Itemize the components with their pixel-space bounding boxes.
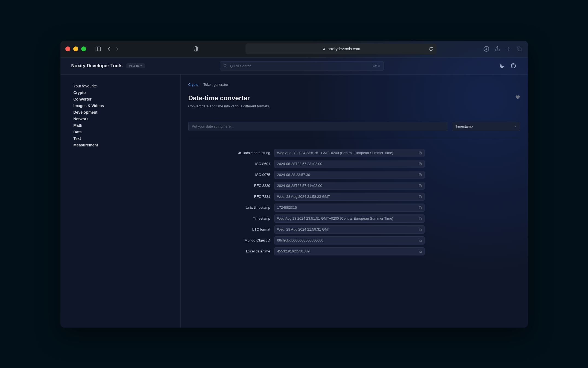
format-row: JS locale date stringWed Aug 28 2024 23:… (188, 149, 520, 157)
format-label: ISO 9075 (188, 173, 270, 177)
search-icon (223, 64, 227, 68)
format-value-text: 2024-08-28T23:57:23+02:00 (277, 162, 322, 166)
refresh-icon[interactable] (429, 47, 433, 51)
favorite-button[interactable] (515, 94, 520, 101)
breadcrumb: Crypto › Token generator (188, 83, 520, 87)
copy-icon[interactable] (418, 162, 422, 166)
format-row: ISO 86012024-08-28T23:57:23+02:00 (188, 160, 520, 168)
tabs-icon[interactable] (515, 45, 523, 53)
svg-rect-12 (420, 163, 421, 165)
format-row: ISO 90752024-08-28 23:57:30 (188, 171, 520, 179)
copy-icon[interactable] (418, 151, 422, 155)
copy-icon[interactable] (418, 173, 422, 177)
sidebar-item-your-favourite[interactable]: Your favourite (74, 83, 167, 89)
shield-icon[interactable] (192, 45, 200, 53)
format-label: Timestamp (188, 216, 270, 220)
sidebar-item-development[interactable]: Development (74, 109, 167, 116)
svg-rect-2 (323, 49, 325, 50)
app-title: Noxity Developer Tools (71, 63, 123, 69)
nav-buttons (105, 45, 121, 53)
copy-icon[interactable] (418, 195, 422, 199)
copy-icon[interactable] (418, 239, 422, 242)
download-icon[interactable] (482, 45, 490, 53)
version-pill[interactable]: v1.3.10 ▼ (126, 63, 145, 68)
traffic-lights (65, 46, 86, 51)
format-select[interactable]: Timestamp ▼ (452, 122, 520, 131)
select-value: Timestamp (455, 124, 473, 128)
svg-rect-8 (518, 48, 521, 51)
forward-button[interactable] (113, 45, 121, 53)
sidebar-item-crypto[interactable]: Crypto (74, 89, 167, 96)
sidebar-item-text[interactable]: Text (74, 135, 167, 142)
svg-rect-15 (420, 196, 421, 198)
app-body: Your favouriteCryptoConverterImages & Vi… (60, 75, 528, 328)
copy-icon[interactable] (418, 184, 422, 188)
page-head: Date-time converter Convert date and tim… (188, 94, 520, 108)
back-button[interactable] (105, 45, 113, 53)
copy-icon[interactable] (418, 228, 422, 231)
window-minimize[interactable] (73, 46, 78, 51)
format-value-text: Wed Aug 28 2024 23:51:51 GMT+0200 (Centr… (277, 216, 393, 220)
address-group: noxitydevtools.com (203, 43, 479, 54)
copy-icon[interactable] (418, 249, 422, 253)
sidebar-toggle-icon[interactable] (94, 45, 102, 53)
copy-icon[interactable] (418, 217, 422, 220)
sidebar-item-data[interactable]: Data (74, 129, 167, 135)
format-value[interactable]: Wed Aug 28 2024 23:51:51 GMT+0200 (Centr… (274, 149, 425, 157)
format-row: Unix timestamp1724882316 (188, 204, 520, 212)
format-value[interactable]: Wed Aug 28 2024 23:51:51 GMT+0200 (Centr… (274, 214, 425, 223)
url-text: noxitydevtools.com (327, 47, 360, 51)
browser-window: noxitydevtools.com Noxity Developer Tool… (60, 41, 528, 328)
format-label: RFC 7231 (188, 195, 270, 199)
format-value[interactable]: 66cf9dbd0000000000000000 (274, 236, 425, 245)
format-value[interactable]: Wed, 28 Aug 2024 21:58:23 GMT (274, 193, 425, 201)
page-description: Convert date and time into various diffe… (188, 104, 270, 108)
svg-line-10 (226, 66, 227, 67)
format-value[interactable]: Wed, 28 Aug 2024 21:59:31 GMT (274, 225, 425, 234)
format-value-text: Wed Aug 28 2024 23:51:51 GMT+0200 (Centr… (277, 151, 393, 155)
formats-list: JS locale date stringWed Aug 28 2024 23:… (188, 149, 520, 258)
appbar-right (498, 62, 517, 69)
format-value-text: 2024-08-28 23:57:30 (277, 173, 310, 177)
format-value-text: Wed, 28 Aug 2024 21:58:23 GMT (277, 195, 330, 199)
breadcrumb-parent[interactable]: Crypto (188, 83, 198, 87)
format-value-text: 1724882316 (277, 205, 297, 210)
chevron-down-icon: ▼ (514, 125, 517, 128)
share-icon[interactable] (493, 45, 501, 53)
sidebar-item-converter[interactable]: Converter (74, 96, 167, 102)
format-row: TimestampWed Aug 28 2024 23:51:51 GMT+02… (188, 214, 520, 223)
format-value[interactable]: 1724882316 (274, 204, 425, 212)
sidebar-item-images-videos[interactable]: Images & Videos (74, 102, 167, 109)
format-label: JS locale date string (188, 151, 270, 155)
browser-chrome: noxitydevtools.com (60, 41, 528, 58)
sidebar-item-measurement[interactable]: Measurement (74, 142, 167, 148)
page-title: Date-time converter (188, 94, 270, 102)
window-close[interactable] (65, 46, 70, 51)
svg-rect-18 (420, 229, 421, 231)
format-label: RFC 3339 (188, 184, 270, 188)
format-value-text: 66cf9dbd0000000000000000 (277, 238, 323, 242)
format-value[interactable]: 45532.91622701389 (274, 247, 425, 255)
format-value-text: 45532.91622701389 (277, 249, 310, 253)
format-value[interactable]: 2024-08-28T23:57:23+02:00 (274, 160, 425, 168)
format-value[interactable]: 2024-08-28 23:57:30 (274, 171, 425, 179)
theme-toggle[interactable] (498, 62, 505, 69)
quick-search[interactable]: Quick Search Ctrl K (220, 61, 384, 70)
sidebar-item-network[interactable]: Network (74, 116, 167, 122)
github-icon[interactable] (510, 62, 517, 69)
format-row: RFC 33392024-08-28T23:57:41+02:00 (188, 182, 520, 190)
svg-rect-16 (420, 207, 421, 209)
window-maximize[interactable] (81, 46, 86, 51)
sidebar-item-math[interactable]: Math (74, 122, 167, 129)
lock-icon (322, 47, 325, 51)
address-bar[interactable]: noxitydevtools.com (245, 43, 437, 54)
format-label: Mongo ObjectID (188, 238, 270, 242)
new-tab-icon[interactable] (504, 45, 512, 53)
format-value[interactable]: 2024-08-28T23:57:41+02:00 (274, 182, 425, 190)
copy-icon[interactable] (418, 206, 422, 210)
format-row: Excel date/time45532.91622701389 (188, 247, 520, 255)
svg-rect-14 (420, 185, 421, 187)
date-string-input[interactable] (188, 122, 448, 131)
format-label: ISO 8601 (188, 162, 270, 166)
chevron-down-icon: ▼ (140, 65, 142, 67)
